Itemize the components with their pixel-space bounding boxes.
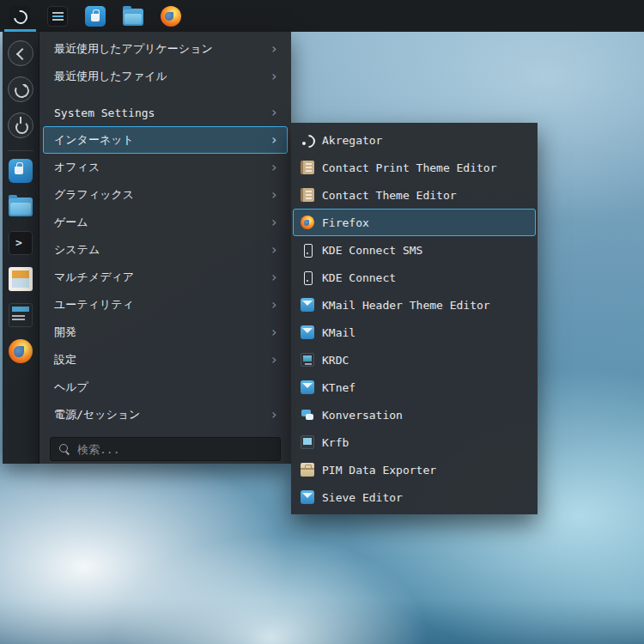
favorite-kontact-icon[interactable] bbox=[9, 267, 33, 291]
app-item-label: KDE Connect bbox=[322, 271, 396, 284]
chevron-right-icon: › bbox=[270, 216, 278, 229]
app-item-kde-connect-sms[interactable]: KDE Connect SMS bbox=[293, 236, 536, 264]
refresh-button[interactable] bbox=[8, 76, 33, 102]
kde-connect-icon bbox=[301, 270, 314, 284]
menu-item-games[interactable]: ゲーム › bbox=[43, 209, 288, 236]
chevron-right-icon: › bbox=[270, 133, 278, 147]
app-item-akregator[interactable]: Akregator bbox=[293, 126, 536, 154]
discover-icon[interactable] bbox=[85, 6, 106, 27]
app-item-label: Krfb bbox=[322, 436, 349, 449]
app-item-sieve-editor[interactable]: Sieve Editor bbox=[293, 483, 536, 511]
favorite-discover-icon[interactable] bbox=[9, 159, 33, 183]
app-item-krdc[interactable]: KRDC bbox=[293, 346, 536, 374]
firefox-icon[interactable] bbox=[161, 6, 181, 27]
konversation-icon bbox=[301, 408, 314, 422]
chevron-right-icon: › bbox=[270, 70, 278, 83]
menu-item-label: ユーティリティ bbox=[54, 297, 134, 313]
krdc-icon bbox=[301, 353, 314, 367]
menu-item-help[interactable]: ヘルプ bbox=[43, 374, 288, 401]
menu-item-internet[interactable]: インターネット › bbox=[43, 126, 288, 154]
menu-item-label: マルチメディア bbox=[54, 270, 134, 285]
chevron-right-icon: › bbox=[270, 188, 278, 202]
menu-item-multimedia[interactable]: マルチメディア › bbox=[43, 264, 288, 291]
app-item-kde-connect[interactable]: KDE Connect bbox=[293, 264, 536, 291]
favorite-konsole-icon[interactable] bbox=[9, 231, 33, 255]
app-item-label: KMail Header Theme Editor bbox=[322, 299, 490, 312]
chevron-right-icon: › bbox=[270, 298, 278, 312]
chevron-right-icon: › bbox=[270, 270, 278, 284]
app-item-label: Firefox bbox=[322, 216, 369, 229]
menu-item-label: System Settings bbox=[54, 106, 155, 119]
menu-item-label: システム bbox=[54, 242, 100, 258]
favorite-system-monitor-icon[interactable] bbox=[9, 303, 33, 327]
search-box[interactable] bbox=[50, 437, 281, 461]
ktnef-icon bbox=[301, 380, 314, 394]
firefox-icon bbox=[301, 216, 314, 229]
app-item-label: PIM Data Exporter bbox=[322, 464, 436, 477]
contact-theme-editor-icon bbox=[301, 188, 314, 202]
app-item-contact-print-theme-editor[interactable]: Contact Print Theme Editor bbox=[293, 154, 536, 181]
menu-item-label: ヘルプ bbox=[54, 380, 88, 395]
menu-item-power-session[interactable]: 電源/セッション › bbox=[43, 401, 288, 428]
menu-item-label: インターネット bbox=[54, 132, 134, 148]
akregator-feed-icon bbox=[301, 133, 314, 147]
app-item-kmail-header-theme-editor[interactable]: KMail Header Theme Editor bbox=[293, 291, 536, 319]
menu-item-utilities[interactable]: ユーティリティ › bbox=[43, 291, 288, 319]
menu-item-label: ゲーム bbox=[54, 215, 88, 230]
menu-item-system[interactable]: システム › bbox=[43, 236, 288, 264]
sieve-editor-icon bbox=[301, 490, 314, 504]
favorite-dolphin-icon[interactable] bbox=[9, 197, 33, 216]
application-menu: 最近使用したアプリケーション › 最近使用したファイル › System Set… bbox=[39, 32, 291, 464]
app-item-ktnef[interactable]: KTnef bbox=[293, 374, 536, 401]
sidebar-divider bbox=[8, 150, 33, 151]
dolphin-icon[interactable] bbox=[123, 9, 143, 26]
launcher-sidebar bbox=[3, 32, 39, 464]
kmail-icon bbox=[301, 298, 314, 312]
app-item-label: Contact Theme Editor bbox=[322, 189, 457, 202]
chevron-right-icon: › bbox=[270, 243, 278, 257]
app-item-label: Contact Print Theme Editor bbox=[322, 161, 497, 174]
chevron-right-icon: › bbox=[270, 325, 278, 339]
app-item-pim-data-exporter[interactable]: PIM Data Exporter bbox=[293, 456, 536, 483]
top-panel bbox=[0, 0, 644, 32]
menu-item-label: 最近使用したアプリケーション bbox=[54, 41, 213, 57]
menu-item-office[interactable]: オフィス › bbox=[43, 154, 288, 181]
chevron-right-icon: › bbox=[270, 353, 278, 367]
kde-connect-sms-icon bbox=[301, 243, 314, 257]
menu-item-graphics[interactable]: グラフィックス › bbox=[43, 181, 288, 209]
menu-item-label: 電源/セッション bbox=[54, 407, 140, 422]
system-monitor-icon[interactable] bbox=[47, 6, 68, 27]
pim-data-exporter-icon bbox=[301, 463, 314, 477]
favorite-firefox-icon[interactable] bbox=[9, 339, 33, 363]
app-item-label: KDE Connect SMS bbox=[322, 244, 422, 257]
app-item-firefox[interactable]: Firefox bbox=[293, 209, 536, 236]
kmail-icon bbox=[301, 325, 314, 339]
app-item-konversation[interactable]: Konversation bbox=[293, 401, 536, 428]
app-item-krfb[interactable]: Krfb bbox=[293, 428, 536, 456]
menu-item-settings[interactable]: 設定 › bbox=[43, 346, 288, 374]
menu-item-label: 設定 bbox=[54, 352, 76, 368]
chevron-right-icon: › bbox=[270, 106, 278, 119]
menu-item-system-settings[interactable]: System Settings › bbox=[43, 99, 288, 126]
back-button[interactable] bbox=[8, 40, 33, 66]
menu-item-recent-apps[interactable]: 最近使用したアプリケーション › bbox=[43, 35, 288, 63]
menu-item-label: 最近使用したファイル bbox=[54, 69, 167, 84]
app-item-label: Akregator bbox=[322, 134, 382, 147]
chevron-right-icon: › bbox=[270, 42, 278, 56]
search-input[interactable] bbox=[77, 443, 272, 456]
menu-item-label: グラフィックス bbox=[54, 187, 134, 203]
chevron-right-icon: › bbox=[270, 161, 278, 174]
app-item-label: Sieve Editor bbox=[322, 491, 403, 504]
app-item-kmail[interactable]: KMail bbox=[293, 319, 536, 346]
menu-item-recent-files[interactable]: 最近使用したファイル › bbox=[43, 63, 288, 90]
app-item-label: KRDC bbox=[322, 354, 349, 367]
menu-item-development[interactable]: 開発 › bbox=[43, 319, 288, 346]
contact-print-theme-editor-icon bbox=[301, 161, 314, 174]
app-item-contact-theme-editor[interactable]: Contact Theme Editor bbox=[293, 181, 536, 209]
menu-item-label: 開発 bbox=[54, 325, 76, 340]
application-launcher-icon[interactable] bbox=[9, 6, 30, 27]
app-item-label: Konversation bbox=[322, 409, 403, 422]
internet-submenu: Akregator Contact Print Theme Editor Con… bbox=[291, 123, 538, 514]
app-item-label: KMail bbox=[322, 326, 355, 339]
power-button[interactable] bbox=[8, 112, 33, 138]
